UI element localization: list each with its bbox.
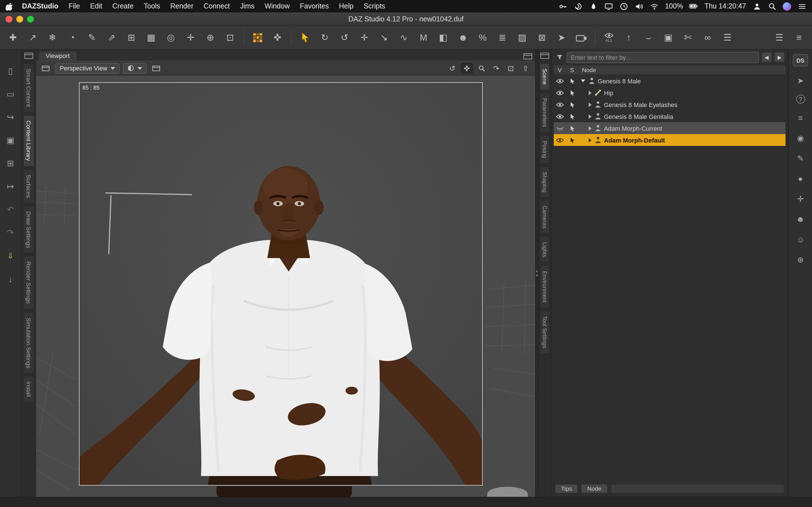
selectability-cursor-icon[interactable] — [566, 89, 578, 96]
node-button[interactable]: Node — [581, 484, 608, 493]
expand-closed-icon[interactable] — [589, 114, 592, 119]
globe-icon[interactable]: ⊕ — [794, 253, 807, 266]
download-icon[interactable]: ⇓ — [3, 249, 18, 263]
wave-icon[interactable]: ∿ — [395, 29, 412, 46]
pane-splitter[interactable]: ▲▼ — [535, 50, 539, 497]
orbit-tool-icon[interactable]: ↺ — [336, 29, 353, 46]
pointer-question-icon[interactable]: ➤ — [794, 74, 807, 87]
help-icon[interactable]: ? — [796, 95, 805, 104]
scene-filter-input[interactable] — [567, 52, 759, 63]
rotate-tool-icon[interactable]: ↻ — [316, 29, 333, 46]
battery-status-icon[interactable] — [689, 2, 698, 11]
expand-closed-icon[interactable] — [589, 126, 592, 130]
half-box-icon[interactable]: ◧ — [435, 29, 452, 46]
camera-orbit-icon[interactable]: ↺ — [446, 63, 458, 73]
right-tab-parameters[interactable]: Parameters — [540, 93, 550, 133]
geometry-add-icon[interactable]: ⊕ — [202, 29, 219, 46]
right-tab-scene[interactable]: Scene — [540, 63, 550, 91]
geometry-group-icon[interactable]: ⊞ — [123, 29, 140, 46]
camera-zoom-icon[interactable] — [475, 63, 488, 73]
left-tab-smart-content[interactable]: Smart Content — [23, 63, 35, 112]
new-file-icon[interactable]: ▯ — [3, 64, 18, 78]
camera-spin-icon[interactable]: ↷ — [490, 63, 502, 73]
menu-tools[interactable]: Tools — [144, 2, 160, 10]
spotlight-search-icon[interactable] — [767, 2, 776, 11]
visibility-eye-icon[interactable] — [554, 137, 566, 143]
render-cube-icon[interactable]: ⊠ — [534, 29, 550, 46]
save-as-icon[interactable]: ⊞ — [3, 157, 18, 170]
left-tab-content-library[interactable]: Content Library — [23, 115, 35, 166]
aux-viewport-grid-icon[interactable] — [249, 29, 266, 46]
camera-pan-icon[interactable]: ✜ — [461, 63, 473, 73]
menu-jims[interactable]: Jims — [240, 2, 254, 10]
right-tab-tool-settings[interactable]: Tool Settings — [540, 310, 550, 354]
right-tab-shaping[interactable]: Shaping — [540, 166, 550, 198]
undo-icon[interactable]: ↶ — [3, 203, 18, 216]
menu-connect[interactable]: Connect — [204, 2, 230, 10]
transfer-icon[interactable]: ↗ — [24, 29, 41, 46]
expand-open-icon[interactable] — [581, 79, 585, 82]
scale-tool-icon[interactable]: ↘ — [375, 29, 393, 46]
menu-help[interactable]: Help — [339, 2, 353, 10]
minimize-window-button[interactable] — [16, 15, 23, 22]
visibility-eye-closed-icon[interactable] — [554, 125, 566, 131]
spark-icon[interactable]: ❄ — [44, 29, 61, 46]
geometry-cube-icon[interactable]: ⊡ — [221, 29, 239, 46]
time-machine-status-icon[interactable] — [619, 2, 628, 11]
list-indent-icon[interactable]: ≡ — [791, 29, 808, 46]
razor-icon[interactable]: ✄ — [679, 29, 696, 46]
export-icon[interactable]: ↦ — [3, 180, 18, 193]
visibility-eye-icon[interactable] — [554, 78, 566, 83]
open-folder-icon[interactable]: ▭ — [3, 87, 18, 101]
expand-closed-icon[interactable] — [589, 138, 592, 142]
left-tab-install[interactable]: Install — [23, 376, 35, 403]
right-tab-cameras[interactable]: Cameras — [540, 200, 550, 234]
menu-window[interactable]: Window — [265, 2, 290, 10]
scene-row-eyelashes[interactable]: Genesis 8 Male Eyelashes — [554, 99, 785, 110]
camera-reset-icon[interactable]: ⇧ — [519, 63, 532, 73]
menu-file[interactable]: File — [68, 2, 80, 10]
geometry-axes-icon[interactable]: ✛ — [182, 29, 199, 46]
scene-row-hip[interactable]: Hip — [554, 87, 785, 99]
menu-edit[interactable]: Edit — [90, 2, 102, 10]
visibility-eye-icon[interactable] — [554, 114, 566, 119]
nav-next-button[interactable]: ▶ — [774, 52, 785, 62]
filter-funnel-icon[interactable] — [554, 52, 564, 62]
menu-app-name[interactable]: DAZStudio — [22, 2, 58, 10]
column-node[interactable]: Node — [578, 65, 785, 74]
pane-options-icon[interactable] — [540, 52, 550, 60]
collapse-pane-icon[interactable]: ☰ — [719, 29, 736, 46]
left-tab-draw-settings[interactable]: Draw Settings — [23, 206, 35, 254]
morph-m-icon[interactable]: M — [415, 29, 432, 46]
figure-dark-icon[interactable]: ☻ — [794, 213, 807, 225]
ds-logo[interactable]: DS — [793, 54, 808, 66]
scene-row-genitalia[interactable]: Genesis 8 Male Genitalia — [554, 110, 785, 122]
menu-scripts[interactable]: Scripts — [364, 2, 385, 10]
goggles-icon[interactable]: ∞ — [699, 29, 716, 46]
left-tab-render-settings[interactable]: Render Settings — [23, 256, 35, 310]
display-status-icon[interactable] — [604, 2, 613, 11]
nav-previous-button[interactable]: ◀ — [761, 52, 772, 62]
sliders-icon[interactable]: ≣ — [494, 29, 511, 46]
merge-icon[interactable]: ↪ — [3, 110, 18, 124]
install-package-icon[interactable]: ↓ — [3, 272, 18, 286]
menu-create[interactable]: Create — [112, 2, 134, 10]
selectability-cursor-icon[interactable] — [566, 101, 578, 108]
dolly-icon[interactable]: ✜ — [269, 29, 286, 46]
menubar-clock[interactable]: Thu 14:20:47 — [705, 2, 746, 10]
paint-icon[interactable]: ✎ — [794, 152, 807, 165]
scene-row-adam-morph-default[interactable]: Adam Morph-Default — [554, 134, 785, 146]
camera-frame-icon[interactable]: ⊡ — [505, 63, 517, 73]
info-icon[interactable]: ◉ — [794, 132, 807, 144]
volume-status-icon[interactable] — [635, 2, 644, 11]
scene-row-genesis-8-male[interactable]: Genesis 8 Male — [554, 75, 785, 87]
create-figure-icon[interactable]: ✚ — [4, 29, 21, 46]
panel-menu-icon[interactable]: ≡ — [794, 112, 807, 124]
node-selection-cursor-icon[interactable] — [297, 29, 313, 46]
siri-icon[interactable] — [783, 2, 791, 10]
gift-icon[interactable]: ▣ — [660, 29, 677, 46]
translate-tool-icon[interactable]: ✛ — [356, 29, 373, 46]
brush-icon[interactable]: ✎ — [84, 29, 100, 46]
tool-icon[interactable]: ✛ — [794, 193, 807, 205]
viewport-canvas[interactable]: 85 : 85 — [36, 75, 535, 497]
